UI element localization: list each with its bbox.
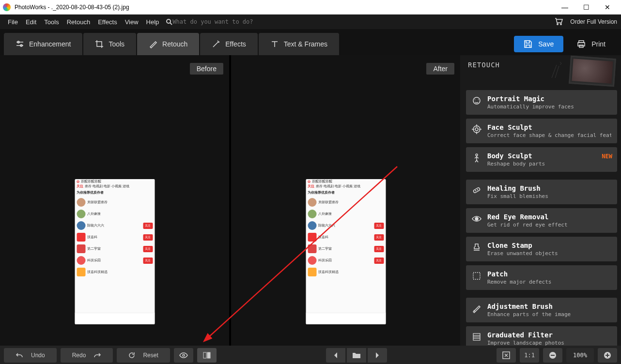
- fit-screen-button[interactable]: [497, 348, 516, 363]
- open-folder-button[interactable]: [347, 348, 366, 363]
- body-icon: [471, 152, 482, 164]
- tool-list[interactable]: Portrait MagicAutomatically improve face…: [460, 87, 621, 346]
- zoom-out-button[interactable]: [543, 348, 562, 363]
- prev-image-button[interactable]: [326, 348, 345, 363]
- tool-desc: Automatically improve faces: [487, 104, 611, 110]
- print-button[interactable]: Print: [567, 36, 615, 52]
- tab-tools[interactable]: Tools: [83, 33, 136, 55]
- reset-icon: [128, 352, 135, 359]
- after-image: ◎苏醒苏醒苏醒 关注推荐 电视剧 电影 小视频 游戏 为你推荐优质作者 关联联盟…: [306, 179, 386, 324]
- close-button[interactable]: ✕: [597, 0, 618, 15]
- tool-red-eye-removal[interactable]: Red Eye RemovalGet rid of red eye effect: [466, 208, 617, 233]
- compare-icon: [203, 351, 211, 359]
- grad-icon: [471, 331, 482, 343]
- svg-line-1: [170, 23, 172, 25]
- patch-icon: [471, 270, 482, 282]
- brush-icon: [149, 40, 157, 48]
- tool-healing-brush[interactable]: Healing BrushFix small blemishes: [466, 180, 617, 204]
- face-icon: [471, 95, 482, 106]
- nav-group: [326, 348, 387, 363]
- panel-header: RETOUCH: [460, 55, 621, 87]
- tab-retouch[interactable]: Retouch: [137, 33, 199, 55]
- new-badge: NEW: [602, 153, 612, 160]
- tool-desc: Correct face shape & change facial featu…: [487, 132, 611, 138]
- viewport: Before ◎苏醒苏醒苏醒 关注推荐 电视剧 电影 小视频 游戏 为你推荐优质…: [0, 55, 460, 346]
- minimize-button[interactable]: —: [554, 0, 575, 15]
- menu-tools[interactable]: Tools: [40, 18, 62, 26]
- cart-icon: [555, 18, 563, 26]
- menu-help[interactable]: Help: [142, 18, 163, 26]
- save-icon: [524, 40, 532, 48]
- compare-toggle-button[interactable]: [197, 348, 217, 363]
- menu-bar: File Edit Tools Retouch Effects View Hel…: [0, 15, 621, 29]
- search-input[interactable]: [172, 18, 269, 25]
- tab-effects[interactable]: Effects: [200, 33, 258, 55]
- reset-button[interactable]: Reset: [117, 348, 170, 363]
- plus-icon: [604, 351, 611, 359]
- undo-button[interactable]: Undo: [4, 348, 57, 363]
- before-image: ◎苏醒苏醒苏醒 关注推荐 电视剧 电影 小视频 游戏 为你推荐优质作者 关联联盟…: [75, 179, 155, 324]
- svg-point-13: [473, 126, 480, 133]
- tool-title: Body Sculpt: [487, 152, 611, 160]
- tool-patch[interactable]: PatchRemove major defects: [466, 265, 617, 290]
- svg-rect-34: [551, 355, 555, 356]
- svg-point-22: [478, 190, 478, 190]
- zoom-in-button[interactable]: [598, 348, 617, 363]
- tool-face-sculpt[interactable]: Face SculptCorrect face shape & change f…: [466, 119, 617, 143]
- tool-adjustment-brush[interactable]: Adjustment BrushEnhance parts of the ima…: [466, 298, 617, 322]
- menu-retouch[interactable]: Retouch: [63, 18, 94, 26]
- undo-icon: [16, 352, 23, 358]
- maximize-button[interactable]: ☐: [575, 0, 597, 15]
- tool-title: Clone Stamp: [487, 242, 611, 249]
- folder-icon: [353, 352, 360, 358]
- svg-point-2: [557, 24, 558, 25]
- tab-text-frames[interactable]: Text & Frames: [259, 33, 339, 55]
- menu-file[interactable]: File: [4, 18, 22, 26]
- printer-icon: [577, 40, 586, 48]
- before-pane[interactable]: Before ◎苏醒苏醒苏醒 关注推荐 电视剧 电影 小视频 游戏 为你推荐优质…: [0, 55, 229, 346]
- tool-desc: Reshape body parts: [487, 161, 611, 167]
- zoom-level: 100%: [566, 348, 594, 363]
- redo-button[interactable]: Redo: [61, 348, 113, 363]
- search-icon: [166, 18, 172, 25]
- target-icon: [471, 123, 482, 135]
- redo-icon: [93, 352, 101, 358]
- tool-title: Patch: [487, 270, 611, 278]
- tool-title: Face Sculpt: [487, 123, 611, 131]
- tool-desc: Fix small blemishes: [487, 193, 611, 199]
- tool-portrait-magic[interactable]: Portrait MagicAutomatically improve face…: [466, 90, 617, 115]
- brush-icon: [471, 303, 482, 314]
- svg-point-29: [183, 354, 185, 356]
- svg-point-21: [476, 191, 476, 191]
- next-image-button[interactable]: [368, 348, 387, 363]
- menu-view[interactable]: View: [121, 18, 142, 26]
- tool-graduated-filter[interactable]: Graduated FilterImprove landscape photos: [466, 326, 617, 346]
- panel-thumbnail: [569, 56, 616, 87]
- order-full-version-button[interactable]: Order Full Version: [555, 18, 617, 26]
- svg-rect-24: [473, 273, 480, 279]
- tool-title: Graduated Filter: [487, 331, 611, 339]
- before-label: Before: [190, 63, 223, 75]
- tool-desc: Get rid of red eye effect: [487, 222, 611, 228]
- text-icon: [270, 40, 279, 48]
- tool-desc: Erase unwanted objects: [487, 250, 611, 257]
- stamp-icon: [471, 242, 482, 253]
- after-pane[interactable]: After ◎苏醒苏醒苏醒 关注推荐 电视剧 电影 小视频 游戏 为你推荐优质作…: [229, 55, 460, 346]
- actual-size-button[interactable]: 1:1: [520, 348, 539, 363]
- menu-edit[interactable]: Edit: [22, 18, 40, 26]
- tab-enhancement[interactable]: Enhancement: [4, 33, 82, 55]
- tool-body-sculpt[interactable]: Body SculptReshape body partsNEW: [466, 147, 617, 172]
- preview-toggle-button[interactable]: [174, 348, 193, 363]
- svg-point-0: [167, 19, 171, 23]
- tool-desc: Remove major defects: [487, 279, 611, 285]
- after-label: After: [426, 63, 454, 75]
- svg-rect-31: [207, 352, 210, 358]
- crop-icon: [95, 40, 104, 48]
- minus-icon: [549, 351, 557, 359]
- menu-effects[interactable]: Effects: [94, 18, 121, 26]
- title-bar: PhotoWorks - ._2020-08-20-08-43-05 (2).j…: [0, 0, 621, 15]
- tool-title: Adjustment Brush: [487, 303, 611, 310]
- tool-title: Red Eye Removal: [487, 213, 611, 221]
- tool-clone-stamp[interactable]: Clone StampErase unwanted objects: [466, 237, 617, 261]
- save-button[interactable]: Save: [514, 36, 563, 52]
